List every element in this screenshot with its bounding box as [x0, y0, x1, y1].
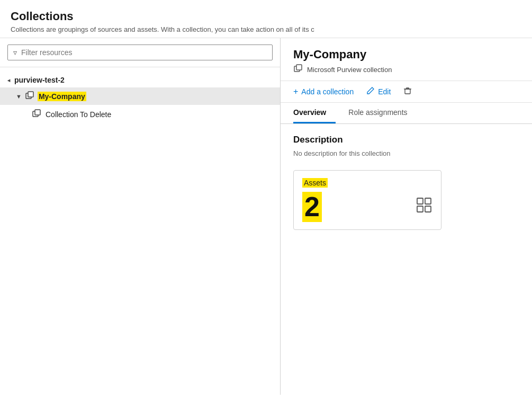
- assets-label: Assets: [302, 178, 328, 188]
- tree-root-item: ◂ purview-test-2: [0, 73, 280, 87]
- svg-rect-1: [28, 92, 33, 97]
- delete-icon: [403, 86, 412, 97]
- assets-card: Assets 2: [293, 170, 441, 230]
- main-layout: ▿ ◂ purview-test-2 ▼ M: [0, 38, 532, 395]
- add-collection-label: Add a collection: [301, 87, 354, 96]
- collection-name-title: My-Company: [293, 48, 519, 61]
- svg-rect-10: [425, 206, 431, 212]
- collection-child-icon: [32, 109, 41, 120]
- svg-rect-3: [35, 110, 40, 115]
- collection-type-label: Microsoft Purview collection: [307, 66, 392, 74]
- collection-type-icon: [293, 64, 303, 75]
- tree-child-collection-to-delete[interactable]: Collection To Delete: [0, 105, 280, 123]
- right-header: My-Company Microsoft Purview collection: [281, 38, 532, 81]
- svg-rect-8: [425, 198, 431, 204]
- filter-input-wrapper[interactable]: ▿: [7, 45, 273, 60]
- page-header: Collections Collections are groupings of…: [0, 0, 532, 38]
- collection-type-row: Microsoft Purview collection: [293, 64, 519, 75]
- svg-rect-5: [296, 65, 302, 70]
- collection-node-icon: [25, 91, 34, 102]
- svg-rect-9: [417, 206, 423, 212]
- edit-icon: [366, 86, 375, 97]
- no-description-text: No description for this collection: [293, 149, 519, 157]
- page-subtitle: Collections are groupings of sources and…: [11, 25, 521, 33]
- add-collection-button[interactable]: + Add a collection: [293, 87, 354, 96]
- grid-view-icon[interactable]: [416, 197, 432, 217]
- tabs-row: Overview Role assignments: [281, 103, 532, 124]
- assets-count: 2: [302, 192, 322, 222]
- filter-icon: ▿: [13, 48, 17, 57]
- collapse-icon: ◂: [7, 77, 10, 83]
- plus-icon: +: [293, 87, 298, 96]
- edit-button[interactable]: Edit: [366, 86, 391, 97]
- left-panel: ▿ ◂ purview-test-2 ▼ M: [0, 38, 281, 395]
- delete-button[interactable]: [403, 86, 412, 97]
- page-title: Collections: [11, 10, 521, 23]
- svg-rect-7: [417, 198, 423, 204]
- right-content: Description No description for this coll…: [281, 124, 532, 395]
- right-panel: My-Company Microsoft Purview collection …: [281, 38, 532, 395]
- tree-node-my-company[interactable]: ▼ My-Company: [0, 87, 280, 105]
- tab-role-assignments[interactable]: Role assignments: [348, 103, 417, 123]
- filter-resources-input[interactable]: [21, 48, 267, 57]
- action-bar: + Add a collection Edit: [281, 81, 532, 103]
- edit-label: Edit: [378, 87, 391, 96]
- filter-bar: ▿: [0, 38, 280, 67]
- assets-row: 2: [302, 192, 432, 222]
- my-company-label: My-Company: [38, 92, 86, 101]
- description-title: Description: [293, 135, 519, 145]
- tree-root-label: purview-test-2: [14, 76, 65, 84]
- tab-overview[interactable]: Overview: [293, 103, 336, 123]
- tree-area: ◂ purview-test-2 ▼ My-Company: [0, 67, 280, 395]
- expand-icon: ▼: [16, 93, 22, 100]
- collection-to-delete-label: Collection To Delete: [46, 110, 111, 119]
- svg-rect-6: [405, 89, 410, 94]
